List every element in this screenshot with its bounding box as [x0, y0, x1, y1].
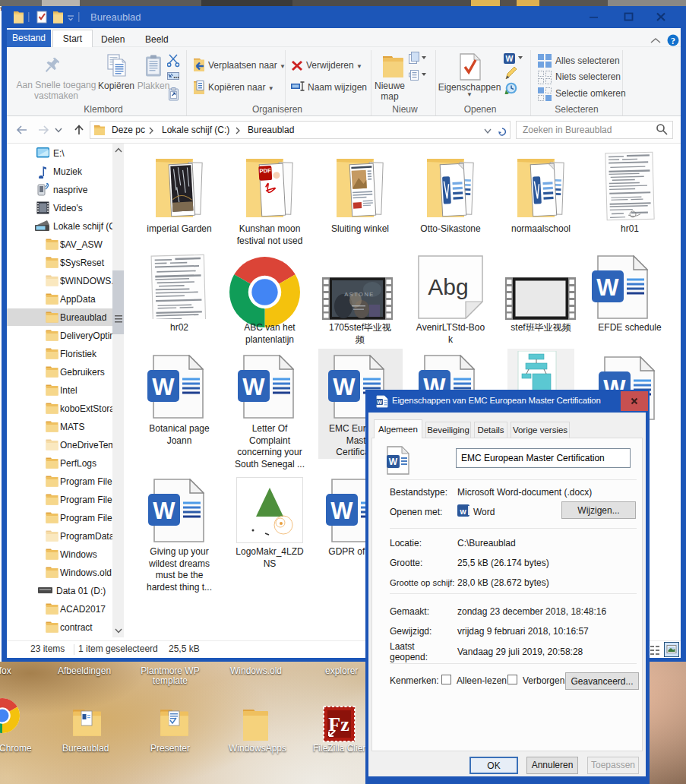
- svg-text:W: W: [377, 400, 382, 405]
- svg-text:w: w: [459, 507, 466, 516]
- svg-text:Fz: Fz: [328, 713, 349, 735]
- svg-text:Abg: Abg: [428, 274, 468, 299]
- svg-text:PDF: PDF: [259, 167, 271, 175]
- svg-text:?: ?: [671, 36, 675, 46]
- svg-text:W: W: [506, 54, 514, 63]
- svg-text:W: W: [389, 457, 398, 467]
- svg-text:ASTONE: ASTONE: [344, 291, 375, 298]
